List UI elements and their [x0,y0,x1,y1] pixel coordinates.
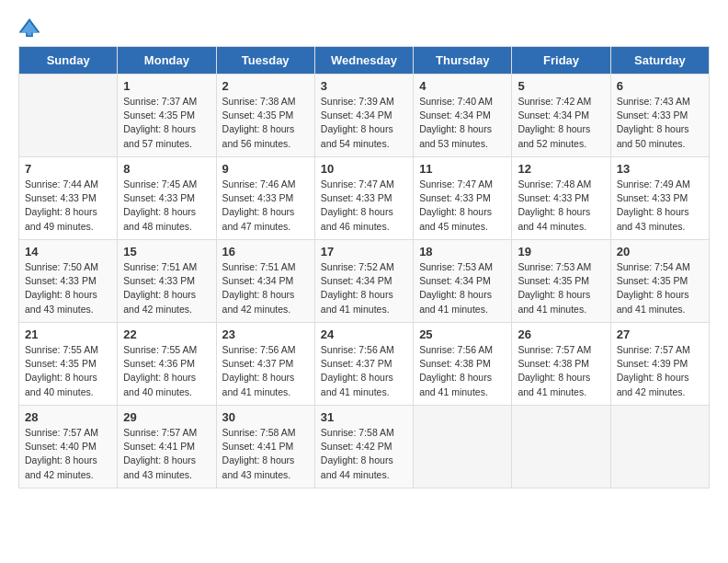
day-info: Sunrise: 7:44 AMSunset: 4:33 PMDaylight:… [25,178,111,234]
day-info: Sunrise: 7:57 AMSunset: 4:38 PMDaylight:… [518,343,604,399]
day-number: 9 [222,162,309,176]
calendar-cell: 2Sunrise: 7:38 AMSunset: 4:35 PMDaylight… [216,75,314,157]
day-number: 25 [419,327,506,341]
calendar-cell: 27Sunrise: 7:57 AMSunset: 4:39 PMDayligh… [610,323,709,406]
calendar-cell: 15Sunrise: 7:51 AMSunset: 4:33 PMDayligh… [118,240,216,323]
day-info: Sunrise: 7:47 AMSunset: 4:33 PMDaylight:… [419,178,506,234]
calendar-cell: 10Sunrise: 7:47 AMSunset: 4:33 PMDayligh… [314,157,413,240]
day-number: 4 [419,79,506,93]
day-number: 29 [123,410,210,424]
day-info: Sunrise: 7:47 AMSunset: 4:33 PMDaylight:… [321,178,407,234]
day-number: 27 [617,327,703,341]
day-info: Sunrise: 7:48 AMSunset: 4:33 PMDaylight:… [518,178,604,234]
calendar-cell: 18Sunrise: 7:53 AMSunset: 4:34 PMDayligh… [414,240,512,323]
day-number: 11 [419,162,506,176]
day-number: 20 [617,245,703,259]
calendar-cell: 3Sunrise: 7:39 AMSunset: 4:34 PMDaylight… [314,75,413,157]
day-info: Sunrise: 7:53 AMSunset: 4:35 PMDaylight:… [518,260,604,316]
calendar-cell [610,406,709,488]
calendar-cell: 4Sunrise: 7:40 AMSunset: 4:34 PMDaylight… [414,75,512,157]
day-number: 6 [617,79,703,93]
day-info: Sunrise: 7:46 AMSunset: 4:33 PMDaylight:… [222,178,309,234]
day-number: 1 [123,79,210,93]
day-number: 5 [518,79,604,93]
calendar-cell: 14Sunrise: 7:50 AMSunset: 4:33 PMDayligh… [19,240,118,323]
day-info: Sunrise: 7:39 AMSunset: 4:34 PMDaylight:… [321,95,407,151]
day-number: 18 [419,245,506,259]
day-info: Sunrise: 7:58 AMSunset: 4:41 PMDaylight:… [222,426,309,482]
logo-icon [18,18,40,37]
day-info: Sunrise: 7:42 AMSunset: 4:34 PMDaylight:… [518,95,604,151]
day-info: Sunrise: 7:43 AMSunset: 4:33 PMDaylight:… [617,95,703,151]
day-number: 13 [617,162,703,176]
calendar-cell: 9Sunrise: 7:46 AMSunset: 4:33 PMDaylight… [216,157,314,240]
day-number: 26 [518,327,604,341]
calendar-cell: 12Sunrise: 7:48 AMSunset: 4:33 PMDayligh… [512,157,610,240]
day-number: 31 [321,410,407,424]
day-info: Sunrise: 7:58 AMSunset: 4:42 PMDaylight:… [321,426,407,482]
day-info: Sunrise: 7:51 AMSunset: 4:34 PMDaylight:… [222,260,309,316]
col-header-thursday: Thursday [414,47,512,75]
calendar-cell: 21Sunrise: 7:55 AMSunset: 4:35 PMDayligh… [19,323,118,406]
col-header-sunday: Sunday [19,47,118,75]
day-number: 3 [321,79,407,93]
col-header-monday: Monday [118,47,216,75]
day-info: Sunrise: 7:55 AMSunset: 4:35 PMDaylight:… [25,343,111,399]
day-info: Sunrise: 7:52 AMSunset: 4:34 PMDaylight:… [321,260,407,316]
day-info: Sunrise: 7:56 AMSunset: 4:38 PMDaylight:… [419,343,506,399]
calendar-cell: 5Sunrise: 7:42 AMSunset: 4:34 PMDaylight… [512,75,610,157]
calendar-cell: 6Sunrise: 7:43 AMSunset: 4:33 PMDaylight… [610,75,709,157]
day-number: 22 [123,327,210,341]
day-info: Sunrise: 7:57 AMSunset: 4:40 PMDaylight:… [25,426,111,482]
day-number: 24 [321,327,407,341]
calendar-cell: 29Sunrise: 7:57 AMSunset: 4:41 PMDayligh… [118,406,216,488]
calendar-cell: 8Sunrise: 7:45 AMSunset: 4:33 PMDaylight… [118,157,216,240]
calendar-cell: 16Sunrise: 7:51 AMSunset: 4:34 PMDayligh… [216,240,314,323]
calendar-cell: 26Sunrise: 7:57 AMSunset: 4:38 PMDayligh… [512,323,610,406]
calendar-cell: 28Sunrise: 7:57 AMSunset: 4:40 PMDayligh… [19,406,118,488]
day-info: Sunrise: 7:49 AMSunset: 4:33 PMDaylight:… [617,178,703,234]
day-info: Sunrise: 7:50 AMSunset: 4:33 PMDaylight:… [25,260,111,316]
day-info: Sunrise: 7:55 AMSunset: 4:36 PMDaylight:… [123,343,210,399]
day-info: Sunrise: 7:38 AMSunset: 4:35 PMDaylight:… [222,95,309,151]
calendar-cell: 7Sunrise: 7:44 AMSunset: 4:33 PMDaylight… [19,157,118,240]
calendar-cell: 13Sunrise: 7:49 AMSunset: 4:33 PMDayligh… [610,157,709,240]
day-number: 17 [321,245,407,259]
day-info: Sunrise: 7:54 AMSunset: 4:35 PMDaylight:… [617,260,703,316]
calendar-cell: 23Sunrise: 7:56 AMSunset: 4:37 PMDayligh… [216,323,314,406]
day-number: 8 [123,162,210,176]
calendar-cell: 31Sunrise: 7:58 AMSunset: 4:42 PMDayligh… [314,406,413,488]
day-number: 30 [222,410,309,424]
day-info: Sunrise: 7:57 AMSunset: 4:39 PMDaylight:… [617,343,703,399]
day-info: Sunrise: 7:45 AMSunset: 4:33 PMDaylight:… [123,178,210,234]
page-header [18,18,710,37]
day-info: Sunrise: 7:40 AMSunset: 4:34 PMDaylight:… [419,95,506,151]
col-header-friday: Friday [512,47,610,75]
day-number: 10 [321,162,407,176]
logo [18,18,44,37]
day-number: 12 [518,162,604,176]
calendar-cell: 30Sunrise: 7:58 AMSunset: 4:41 PMDayligh… [216,406,314,488]
day-number: 21 [25,327,111,341]
calendar-cell [512,406,610,488]
col-header-wednesday: Wednesday [314,47,413,75]
day-number: 23 [222,327,309,341]
day-number: 28 [25,410,111,424]
calendar-cell: 22Sunrise: 7:55 AMSunset: 4:36 PMDayligh… [118,323,216,406]
calendar-cell: 11Sunrise: 7:47 AMSunset: 4:33 PMDayligh… [414,157,512,240]
day-number: 7 [25,162,111,176]
day-number: 14 [25,245,111,259]
calendar-cell: 17Sunrise: 7:52 AMSunset: 4:34 PMDayligh… [314,240,413,323]
col-header-saturday: Saturday [610,47,709,75]
day-info: Sunrise: 7:51 AMSunset: 4:33 PMDaylight:… [123,260,210,316]
day-number: 2 [222,79,309,93]
day-number: 19 [518,245,604,259]
day-info: Sunrise: 7:56 AMSunset: 4:37 PMDaylight:… [222,343,309,399]
day-info: Sunrise: 7:57 AMSunset: 4:41 PMDaylight:… [123,426,210,482]
calendar-cell: 19Sunrise: 7:53 AMSunset: 4:35 PMDayligh… [512,240,610,323]
day-number: 15 [123,245,210,259]
calendar-cell: 24Sunrise: 7:56 AMSunset: 4:37 PMDayligh… [314,323,413,406]
day-number: 16 [222,245,309,259]
day-info: Sunrise: 7:53 AMSunset: 4:34 PMDaylight:… [419,260,506,316]
calendar-cell [414,406,512,488]
